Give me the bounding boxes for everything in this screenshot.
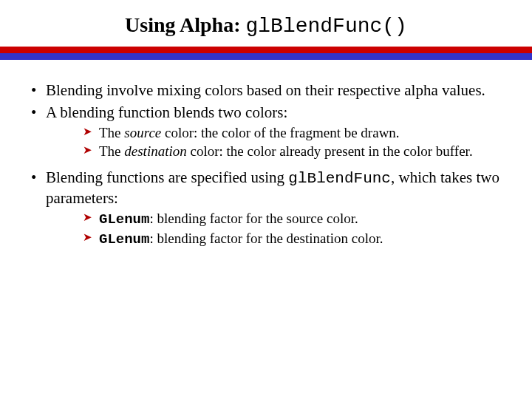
bullet-pre: Blending functions are specified using (46, 168, 288, 186)
sub-item: GLenum: blending factor for the destinat… (83, 230, 502, 249)
sub-pre: The (99, 143, 124, 159)
divider-bottom (0, 53, 532, 60)
divider (0, 47, 532, 60)
sub-code: GLenum (99, 211, 149, 228)
sub-pre: The (99, 125, 124, 140)
sub-post: : blending factor for the destination co… (149, 231, 383, 246)
sub-em: destination (124, 143, 186, 159)
bullet-list: Blending involve mixing colors based on … (30, 81, 502, 249)
slide: Using Alpha: glBlendFunc() Blending invo… (0, 0, 532, 399)
title-code: glBlendFunc() (245, 15, 406, 38)
bullet-text: A blending function blends two colors: (46, 103, 287, 121)
sub-post: color: the color already present in the … (187, 143, 473, 159)
sub-item: The source color: the color of the fragm… (83, 124, 502, 142)
sub-item: GLenum: blending factor for the source c… (83, 210, 502, 229)
content-area: Blending involve mixing colors based on … (0, 60, 532, 249)
sub-list: The source color: the color of the fragm… (83, 124, 502, 161)
bullet-text: Blending involve mixing colors based on … (46, 81, 485, 99)
sub-post: color: the color of the fragment be draw… (161, 125, 399, 140)
title-prefix: Using Alpha: (125, 13, 245, 36)
bullet-code: glBlendFunc (288, 170, 391, 187)
sub-code: GLenum (99, 231, 149, 248)
sub-list: GLenum: blending factor for the source c… (83, 210, 502, 250)
sub-em: source (124, 125, 161, 140)
sub-post: : blending factor for the source color. (149, 211, 358, 226)
sub-item: The destination color: the color already… (83, 143, 502, 160)
bullet-item: Blending involve mixing colors based on … (30, 81, 502, 100)
slide-title: Using Alpha: glBlendFunc() (0, 0, 532, 47)
divider-top (0, 47, 532, 53)
bullet-item: A blending function blends two colors: T… (30, 103, 502, 160)
bullet-item: Blending functions are specified using g… (30, 168, 502, 249)
